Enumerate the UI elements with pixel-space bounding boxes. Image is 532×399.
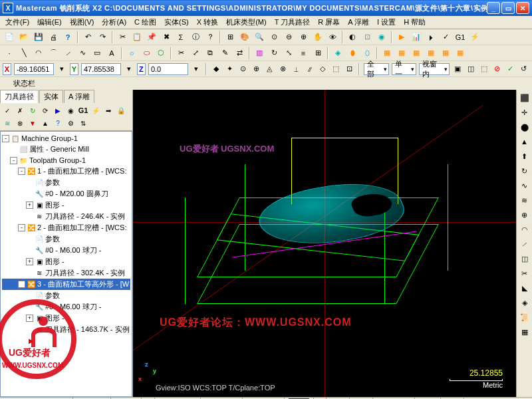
menu-item[interactable]: X 转换 — [193, 16, 222, 29]
tree-item[interactable]: -🔀2 - 曲面粗加工挖槽 - [WCS: — [2, 222, 130, 233]
sel1-icon[interactable]: ▣ — [452, 63, 463, 76]
grid4-icon[interactable]: ▦ — [424, 47, 438, 60]
rt-draft-icon[interactable]: ◣ — [518, 281, 531, 295]
tree-item[interactable]: +▣图形 - — [2, 313, 130, 324]
snap5-icon[interactable]: ◬ — [264, 63, 275, 76]
unzoom-icon[interactable]: ⊖ — [282, 31, 295, 44]
tree-item[interactable]: ≋刀具路径 - 246.4K - 实例 — [2, 211, 130, 222]
rectangle-icon[interactable]: ▭ — [90, 47, 104, 60]
rt-axis-icon[interactable]: ✛ — [518, 106, 531, 119]
view-icon[interactable]: 👁 — [326, 31, 339, 44]
menu-item[interactable]: 编辑(E) — [33, 16, 66, 29]
sigma-icon[interactable]: Σ — [174, 31, 188, 44]
y-input[interactable] — [81, 63, 121, 75]
sel2-icon[interactable]: ◫ — [466, 63, 476, 76]
regen-dirty-icon[interactable]: ⟳ — [39, 104, 51, 116]
modify-icon[interactable]: ✎ — [218, 47, 231, 60]
menu-item[interactable]: H 帮助 — [400, 16, 430, 29]
rt-rev-icon[interactable]: ↻ — [518, 164, 531, 178]
chamfer-icon[interactable]: ⟋ — [61, 47, 74, 60]
mask-combo[interactable]: 全部 — [364, 63, 388, 75]
tree-item[interactable]: +▣图形 - — [2, 256, 130, 267]
help-icon[interactable]: ? — [61, 31, 74, 44]
sel3-icon[interactable]: ⬚ — [479, 63, 489, 76]
rt-hist-icon[interactable]: 📜 — [518, 311, 531, 324]
rt-cube-icon[interactable]: ⬛ — [518, 91, 531, 104]
question-icon[interactable]: ？ — [203, 31, 217, 44]
tree-item[interactable]: 🔧#0 - M6.00 球刀 - — [2, 245, 130, 256]
rt-trim-icon[interactable]: ✂ — [518, 267, 531, 280]
toggle-display-icon[interactable]: ≋ — [1, 117, 13, 129]
panel-tab[interactable]: A 浮雕 — [64, 90, 94, 103]
undo-icon[interactable]: ↶ — [81, 31, 94, 44]
menu-item[interactable]: R 屏幕 — [314, 16, 344, 29]
snap4-icon[interactable]: ⊕ — [251, 63, 261, 76]
save-icon[interactable]: 💾 — [32, 31, 45, 44]
menu-item[interactable]: A 浮雕 — [344, 16, 373, 29]
lock-icon[interactable]: 🔒 — [115, 104, 127, 116]
info-icon[interactable]: ⓘ — [189, 31, 202, 44]
snap6-icon[interactable]: ⊗ — [277, 63, 288, 76]
line-icon[interactable]: ╲ — [17, 47, 31, 60]
snap8-icon[interactable]: ⫽ — [304, 63, 315, 76]
backplot-icon[interactable]: ⏵ — [424, 31, 438, 44]
arrow-right-icon[interactable]: ➡ — [102, 104, 114, 116]
toolpath-mgr-icon[interactable]: 📊 — [410, 31, 423, 44]
rt-shell-icon[interactable]: ◫ — [518, 252, 531, 265]
wireframe-icon[interactable]: ⊡ — [360, 31, 374, 44]
snap3-icon[interactable]: ⊙ — [237, 63, 248, 76]
paste-icon[interactable]: 📌 — [145, 31, 158, 44]
post-ops-icon[interactable]: G1 — [77, 104, 89, 116]
tree-item[interactable]: 📄参数 — [2, 290, 130, 301]
close-button[interactable]: ✕ — [516, 2, 529, 14]
tree-item[interactable]: ▶ — [2, 335, 130, 346]
delete-icon[interactable]: ✖ — [160, 31, 173, 44]
xform-icon[interactable]: ⇄ — [233, 47, 246, 60]
join-icon[interactable]: ⧉ — [203, 47, 217, 60]
rt-cham-icon[interactable]: ⟋ — [518, 237, 531, 251]
grid6-icon[interactable]: ▦ — [454, 47, 467, 60]
scale-icon[interactable]: ⤡ — [282, 47, 295, 60]
snap7-icon[interactable]: ⟂ — [291, 63, 301, 76]
dynzoom-icon[interactable]: ⊕ — [297, 31, 310, 44]
ellipse-icon[interactable]: ⬭ — [140, 47, 153, 60]
help-panel-icon[interactable]: ? — [52, 117, 64, 129]
expand-icon[interactable]: ▲ — [39, 117, 51, 129]
tree-item[interactable]: -📁Toolpath Group-1 — [2, 155, 130, 166]
rt-layout-icon[interactable]: ▦ — [518, 325, 531, 338]
graphics-viewport[interactable]: UG爱好者 UGSNX.COM UG爱好者论坛：WWW.UGSNX.COM zy… — [133, 90, 516, 397]
snap1-icon[interactable]: ◆ — [211, 63, 221, 76]
fit-icon[interactable]: ⊞ — [223, 31, 237, 44]
menu-item[interactable]: I 设置 — [373, 16, 400, 29]
offset-icon[interactable]: ≡ — [297, 47, 310, 60]
verify-icon[interactable]: ✓ — [439, 31, 452, 44]
text-icon[interactable]: A — [105, 47, 118, 60]
rt-cone-icon[interactable]: ▲ — [518, 135, 531, 148]
copy-icon[interactable]: 📋 — [130, 31, 144, 44]
rt-prim-icon[interactable]: ◈ — [518, 296, 531, 309]
x-input[interactable] — [14, 63, 54, 75]
loft-icon[interactable]: ⬮ — [346, 47, 359, 60]
y-spin-icon[interactable]: ▾ — [124, 63, 134, 76]
select-combo[interactable]: 单一 — [392, 63, 416, 75]
tree-item[interactable]: ⬜属性 - Generic Mill — [2, 144, 130, 155]
point-icon[interactable]: · — [3, 47, 16, 60]
run-icon[interactable]: ▶ — [395, 31, 408, 44]
rt-sweep-icon[interactable]: ∿ — [518, 179, 531, 192]
new-icon[interactable]: 📄 — [3, 31, 16, 44]
break-icon[interactable]: ⤢ — [189, 47, 202, 60]
zoom-target-icon[interactable]: ⊙ — [267, 31, 281, 44]
options-icon[interactable]: ⚙ — [65, 117, 76, 129]
minimize-button[interactable]: _ — [487, 2, 500, 14]
repaint-icon[interactable]: 🎨 — [238, 31, 251, 44]
menu-item[interactable]: 实体(S) — [160, 16, 193, 29]
shaded-icon[interactable]: ◉ — [375, 31, 388, 44]
pan-icon[interactable]: ✋ — [311, 31, 325, 44]
snap9-icon[interactable]: ◇ — [317, 63, 328, 76]
trim-icon[interactable]: ✂ — [174, 47, 188, 60]
regen-icon[interactable]: ↻ — [27, 104, 39, 116]
z-spin-icon[interactable]: ▾ — [191, 63, 201, 76]
highfeed-icon[interactable]: ⚡ — [468, 31, 481, 44]
grid5-icon[interactable]: ▦ — [439, 47, 452, 60]
tree-item[interactable]: -📋Machine Group-1 — [2, 133, 130, 144]
